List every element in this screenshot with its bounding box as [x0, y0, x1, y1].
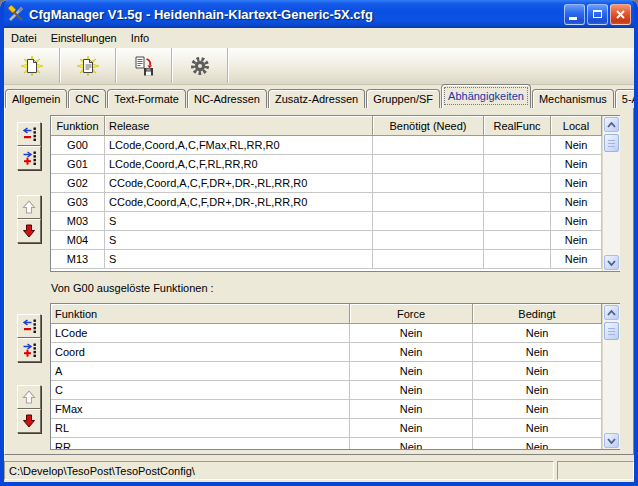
table-row-g02[interactable]: G02CCode,Coord,A,C,F,DR+,DR-,RL,RR,R0Nei… — [51, 174, 619, 193]
cell — [373, 231, 484, 250]
table-row-m13[interactable]: M13SNein — [51, 250, 619, 269]
column-header-local[interactable]: Local — [551, 116, 602, 136]
cell: M13 — [51, 250, 105, 269]
cell: CCode,Coord,A,C,F,DR+,DR-,RL,RR,R0 — [105, 193, 373, 212]
open-file-button[interactable] — [60, 48, 116, 83]
scroll-grip — [608, 140, 615, 147]
cell: M03 — [51, 212, 105, 231]
table-row-c[interactable]: CNeinNein — [51, 381, 619, 400]
cell: Nein — [350, 362, 473, 381]
settings-button[interactable] — [172, 48, 228, 83]
triggered-functions-table[interactable]: FunktionForceBedingtLCodeNeinNeinCoordNe… — [50, 303, 620, 450]
tab-zusatz-adressen[interactable]: Zusatz-Adressen — [268, 89, 365, 108]
menu-datei[interactable]: Datei — [4, 30, 44, 46]
table-row-m03[interactable]: M03SNein — [51, 212, 619, 231]
table-row-lcode[interactable]: LCodeNeinNein — [51, 324, 619, 343]
new-file-button[interactable] — [4, 48, 60, 83]
column-header-funktion[interactable]: Funktion — [51, 304, 350, 324]
tab-text-formate[interactable]: Text-Formate — [107, 89, 186, 108]
tab-cnc[interactable]: CNC — [68, 89, 106, 108]
cell: Nein — [551, 136, 602, 155]
column-header-bedingt[interactable]: Bedingt — [473, 304, 602, 324]
open-document-icon — [77, 55, 99, 77]
cell: Nein — [551, 193, 602, 212]
cell: Nein — [350, 419, 473, 438]
upper-add-entry-button[interactable] — [17, 146, 41, 170]
upper-remove-entry-button[interactable] — [17, 122, 41, 146]
scroll-down-icon — [607, 260, 616, 266]
tabstrip: AllgemeinCNCText-FormateNC-AdressenZusat… — [5, 84, 633, 108]
column-header-release[interactable]: Release — [105, 116, 373, 136]
tab-abh-ngigkeiten[interactable]: Abhängigkeiten — [441, 84, 531, 108]
upper-move-up-button[interactable] — [17, 195, 41, 219]
cell: Nein — [551, 212, 602, 231]
table-row-g01[interactable]: G01LCode,Coord,A,C,F,RL,RR,R0Nein — [51, 155, 619, 174]
lower-move-up-button[interactable] — [17, 385, 41, 409]
cell — [484, 193, 551, 212]
maximize-button[interactable] — [587, 4, 608, 25]
toolbar — [4, 48, 634, 85]
cell: Nein — [473, 381, 602, 400]
tab-5-axis[interactable]: 5-Axis — [615, 89, 638, 108]
close-button[interactable] — [610, 4, 631, 25]
tab-nc-adressen[interactable]: NC-Adressen — [187, 89, 267, 108]
move-down-icon — [21, 223, 37, 239]
scroll-down-button[interactable] — [604, 255, 619, 270]
table-row-rr[interactable]: RRNeinNein — [51, 438, 619, 450]
add-entry-icon — [21, 150, 37, 166]
cell: Nein — [350, 438, 473, 450]
cell — [484, 231, 551, 250]
functions-table[interactable]: FunktionReleaseBenötigt (Need)RealFuncLo… — [50, 115, 620, 272]
tab-allgemein[interactable]: Allgemein — [5, 89, 67, 108]
table-row-fmax[interactable]: FMaxNeinNein — [51, 400, 619, 419]
cell: RR — [51, 438, 350, 450]
upper-move-down-button[interactable] — [17, 219, 41, 243]
menu-info[interactable]: Info — [124, 30, 156, 46]
table-row-g00[interactable]: G00LCode,Coord,A,C,FMax,RL,RR,R0Nein — [51, 136, 619, 155]
column-header-realfunc[interactable]: RealFunc — [484, 116, 551, 136]
add-entry-icon — [21, 342, 37, 358]
scroll-down-button[interactable] — [604, 433, 619, 448]
functions-table-scrollbar[interactable] — [602, 116, 620, 271]
cell: G03 — [51, 193, 105, 212]
tab-mechanismus[interactable]: Mechanismus — [532, 89, 614, 108]
column-header-force[interactable]: Force — [350, 304, 473, 324]
scroll-thumb[interactable] — [604, 134, 619, 152]
lower-remove-entry-button[interactable] — [17, 314, 41, 338]
scroll-up-button[interactable] — [604, 117, 619, 132]
cell: Nein — [473, 343, 602, 362]
lower-move-down-button[interactable] — [17, 409, 41, 433]
table-row-g03[interactable]: G03CCode,Coord,A,C,F,DR+,DR-,RL,RR,R0Nei… — [51, 193, 619, 212]
cell: RL — [51, 419, 350, 438]
cell: Nein — [473, 400, 602, 419]
table-row-rl[interactable]: RLNeinNein — [51, 419, 619, 438]
table-row-m04[interactable]: M04SNein — [51, 231, 619, 250]
move-up-icon — [21, 389, 37, 405]
cell — [373, 193, 484, 212]
cell: Nein — [350, 324, 473, 343]
remove-entry-icon — [21, 318, 37, 334]
table-row-a[interactable]: ANeinNein — [51, 362, 619, 381]
cell: Coord — [51, 343, 350, 362]
column-header-ben-tigt-need[interactable]: Benötigt (Need) — [373, 116, 484, 136]
table-header-row: FunktionReleaseBenötigt (Need)RealFuncLo… — [51, 116, 619, 136]
cell: CCode,Coord,A,C,F,DR+,DR-,RL,RR,R0 — [105, 174, 373, 193]
lower-add-entry-button[interactable] — [17, 338, 41, 362]
remove-entry-icon — [21, 126, 37, 142]
cell — [484, 212, 551, 231]
table-row-coord[interactable]: CoordNeinNein — [51, 343, 619, 362]
triggered-table-scrollbar[interactable] — [602, 304, 620, 449]
scroll-up-button[interactable] — [604, 305, 619, 320]
cell — [484, 250, 551, 269]
scroll-thumb[interactable] — [604, 322, 619, 340]
column-header-funktion[interactable]: Funktion — [51, 116, 105, 136]
minimize-button[interactable] — [564, 4, 585, 25]
triggered-functions-label: Von G00 ausgelöste Funktionen : — [51, 282, 214, 294]
cell: Nein — [350, 400, 473, 419]
menu-einstellungen[interactable]: Einstellungen — [44, 30, 124, 46]
cell: Nein — [473, 438, 602, 450]
new-document-icon — [21, 55, 43, 77]
tab-gruppen-sf[interactable]: Gruppen/SF — [366, 89, 440, 108]
cell — [373, 155, 484, 174]
save-file-button[interactable] — [116, 48, 172, 83]
